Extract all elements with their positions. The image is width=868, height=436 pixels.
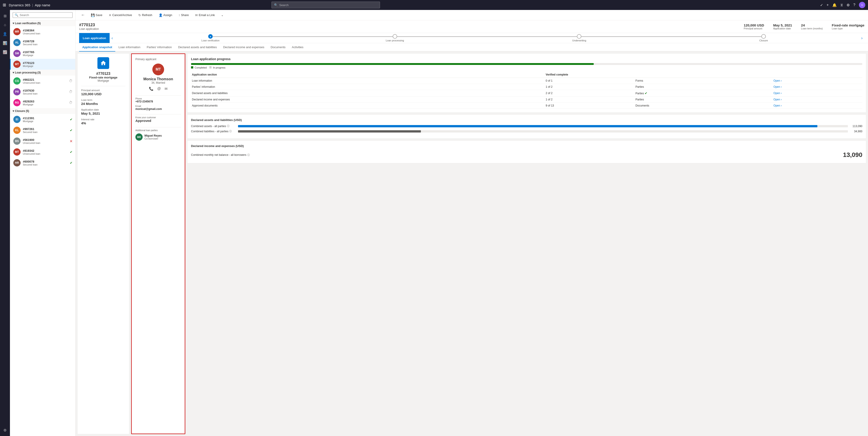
tab-declared-income-and-expenses[interactable]: Declared income and expenses: [220, 43, 268, 52]
list-item[interactable]: BS #561900 Unsecured loan ✕: [10, 136, 75, 147]
sidebar-group-header[interactable]: ▾ Loan processing (3): [10, 70, 75, 76]
term-label: Loan term: [81, 98, 125, 101]
process-left-chevron[interactable]: ‹: [110, 36, 115, 40]
message-icon[interactable]: ✉: [164, 87, 167, 91]
user-avatar[interactable]: U: [859, 2, 865, 8]
income-value: 13,090: [843, 151, 862, 158]
list-item[interactable]: MT #770123 Mortgage: [10, 59, 75, 70]
global-search-box[interactable]: 🔍: [272, 2, 380, 8]
section-open[interactable]: Open ›: [773, 90, 862, 96]
avatar: BS: [13, 138, 21, 145]
list-item[interactable]: MT #819342 Unsecured loan ✔: [10, 147, 75, 157]
list-item[interactable]: RG #829263 Mortgage ⏱: [10, 97, 75, 108]
process-steps: ● Loan verification Loan processing Unde…: [115, 34, 860, 42]
nav-grid-icon[interactable]: ⊞: [1, 12, 9, 20]
list-item[interactable]: AL #106728 Secured loan: [10, 37, 75, 48]
section-open[interactable]: Open ›: [773, 103, 862, 109]
process-right-chevron[interactable]: ›: [860, 36, 864, 40]
process-step[interactable]: Loan processing: [303, 34, 487, 42]
assign-button[interactable]: 👤 Assign: [156, 12, 175, 18]
sidebar-item-info: #982221 Unsecured loan: [23, 78, 67, 84]
tab-activities[interactable]: Activities: [289, 43, 307, 52]
list-item[interactable]: KL #997261 Secured loan ✔: [10, 125, 75, 136]
plus-icon[interactable]: +: [827, 3, 829, 7]
email-link-button[interactable]: ✉ Email a Link: [193, 12, 217, 18]
open-link[interactable]: Open ›: [774, 85, 862, 88]
sidebar-search-area: 🔍: [10, 10, 75, 20]
more-button[interactable]: ⌄: [219, 12, 226, 18]
meta-loan-type-label: Loan type: [832, 27, 864, 30]
process-step[interactable]: ● Loan verification: [118, 34, 303, 42]
bell-icon[interactable]: 🔔: [832, 3, 837, 7]
email-icon-contact[interactable]: @: [157, 87, 161, 91]
section-open[interactable]: Open ›: [773, 78, 862, 84]
process-step-label: Underwriting: [572, 39, 586, 42]
help-icon[interactable]: ?: [853, 3, 855, 7]
phone-icon[interactable]: 📞: [149, 87, 153, 91]
process-step[interactable]: Underwriting: [487, 34, 672, 42]
applicant-name: Monica Thomson: [143, 77, 173, 81]
list-item[interactable]: EI #112391 Mortgage ✔: [10, 114, 75, 125]
nav-person-icon[interactable]: 👤: [1, 30, 9, 38]
list-item[interactable]: MR #198364 Unsecured loan: [10, 26, 75, 37]
back-button[interactable]: ←: [79, 12, 87, 18]
nav-settings-icon[interactable]: ⚙: [1, 426, 9, 434]
section-open[interactable]: Open ›: [773, 96, 862, 103]
asset-info-icon[interactable]: ⓘ: [229, 129, 232, 133]
nav-chart-icon[interactable]: 📊: [1, 39, 9, 47]
list-item[interactable]: HR #600078 Secured loan ✔: [10, 157, 75, 168]
progress-card: Loan application progress Completed In p…: [187, 53, 866, 113]
current-stage-button[interactable]: Loan application: [79, 33, 110, 43]
tab-application-snapshot[interactable]: Application snapshot: [79, 43, 115, 52]
filter-icon[interactable]: ⧖: [840, 3, 843, 7]
tab-declared-assets-and-liabilities[interactable]: Declared assets and liabilities: [175, 43, 220, 52]
sidebar-item-id: #198364: [23, 29, 72, 32]
section-open[interactable]: Open ›: [773, 84, 862, 90]
sidebar-search-input[interactable]: [20, 13, 70, 17]
process-step-label: Loan processing: [385, 39, 404, 42]
asset-info-icon[interactable]: ⓘ: [227, 124, 229, 128]
nav-activity-icon[interactable]: 📈: [1, 48, 9, 56]
list-item[interactable]: CG #982221 Unsecured loan ⏱: [10, 76, 75, 86]
save-button[interactable]: 💾 Save: [89, 12, 105, 18]
list-item[interactable]: PR #197630 Secured loan ⏱: [10, 86, 75, 97]
tab-parties--information[interactable]: Parties' information: [144, 43, 175, 52]
cancel-archive-button[interactable]: ✕ Cancel/Archive: [106, 12, 134, 18]
gear-icon[interactable]: ⚙: [846, 3, 850, 7]
asset-bar-inner: [238, 125, 817, 127]
legend-completed: Completed: [191, 66, 207, 69]
meta-loan-term-value: 24: [801, 23, 823, 27]
tab-documents[interactable]: Documents: [268, 43, 289, 52]
avatar: MT: [13, 148, 21, 155]
grid-icon[interactable]: ⊞: [3, 2, 6, 7]
open-link[interactable]: Open ›: [774, 79, 862, 82]
contact-icons: 📞 @ ✉: [149, 87, 167, 91]
avatar: CG: [13, 77, 21, 85]
refresh-button[interactable]: ↻ Refresh: [136, 12, 155, 18]
sidebar-group-header[interactable]: ▾ Closure (5): [10, 108, 75, 114]
nav-home-icon[interactable]: ⌂: [1, 21, 9, 29]
interest-label: Interest rate: [81, 118, 125, 121]
check-circle-icon[interactable]: ✓: [820, 3, 823, 7]
meta-loan-type-value: Fixed-rate mortgage: [832, 23, 864, 27]
sidebar-group-header[interactable]: ▾ Loan verification (5): [10, 20, 75, 26]
table-row: Declared assets and liabilities 2 of 2 P…: [191, 90, 862, 96]
sidebar-search-box[interactable]: 🔍: [13, 12, 72, 18]
email-icon: ✉: [195, 13, 198, 17]
global-search-input[interactable]: [279, 3, 377, 7]
open-link[interactable]: Open ›: [774, 92, 862, 95]
app-date-label: Application date: [81, 108, 125, 111]
process-step-label: Loan verification: [202, 39, 219, 42]
sidebar-item-id: #197630: [23, 89, 67, 92]
process-step[interactable]: Closure: [671, 34, 856, 42]
open-link[interactable]: Open ›: [774, 104, 862, 107]
section-count: 1 of 2: [545, 96, 634, 103]
share-button[interactable]: ↑ Share: [176, 12, 191, 18]
loan-icon: [97, 57, 109, 69]
avatar: EI: [13, 116, 21, 123]
income-info-icon[interactable]: ⓘ: [247, 153, 250, 157]
open-link[interactable]: Open ›: [774, 98, 862, 101]
chevron-down-icon: ▾: [13, 71, 14, 74]
list-item[interactable]: SM #197765 Mortgage: [10, 48, 75, 59]
tab-loan-information[interactable]: Loan information: [115, 43, 144, 52]
